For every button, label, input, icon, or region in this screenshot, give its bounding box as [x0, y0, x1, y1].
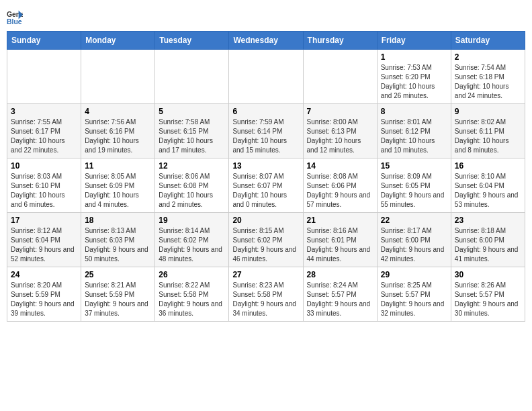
day-number: 2: [455, 52, 521, 62]
calendar-cell: 28Sunrise: 8:24 AM Sunset: 5:57 PM Dayli…: [303, 267, 377, 322]
calendar-cell: 14Sunrise: 8:08 AM Sunset: 6:06 PM Dayli…: [303, 158, 377, 213]
calendar-cell: 29Sunrise: 8:25 AM Sunset: 5:57 PM Dayli…: [377, 267, 451, 322]
weekday-header: Wednesday: [229, 32, 303, 50]
calendar-week-row: 17Sunrise: 8:12 AM Sunset: 6:04 PM Dayli…: [7, 213, 525, 267]
day-number: 5: [159, 107, 225, 116]
day-info: Sunrise: 8:23 AM Sunset: 5:58 PM Dayligh…: [232, 281, 299, 318]
calendar-cell: 1Sunrise: 7:53 AM Sunset: 6:20 PM Daylig…: [377, 50, 451, 104]
calendar-week-row: 10Sunrise: 8:03 AM Sunset: 6:10 PM Dayli…: [7, 158, 525, 213]
day-info: Sunrise: 8:14 AM Sunset: 6:02 PM Dayligh…: [159, 226, 225, 264]
day-number: 19: [159, 216, 225, 225]
day-info: Sunrise: 8:07 AM Sunset: 6:07 PM Dayligh…: [232, 172, 299, 210]
calendar-cell: 16Sunrise: 8:10 AM Sunset: 6:04 PM Dayli…: [451, 158, 525, 213]
day-number: 10: [11, 161, 77, 171]
calendar-cell: 11Sunrise: 8:05 AM Sunset: 6:09 PM Dayli…: [81, 158, 155, 213]
day-number: 3: [11, 107, 77, 116]
day-number: 27: [232, 270, 299, 279]
day-number: 8: [381, 107, 447, 116]
day-number: 9: [455, 107, 521, 116]
day-info: Sunrise: 8:03 AM Sunset: 6:10 PM Dayligh…: [11, 172, 77, 210]
day-number: 11: [85, 161, 151, 171]
weekday-header: Tuesday: [155, 32, 229, 50]
day-number: 21: [307, 216, 373, 225]
weekday-header: Friday: [377, 32, 451, 50]
day-number: 24: [11, 270, 77, 279]
day-info: Sunrise: 8:05 AM Sunset: 6:09 PM Dayligh…: [85, 172, 151, 210]
calendar-cell: 13Sunrise: 8:07 AM Sunset: 6:07 PM Dayli…: [229, 158, 303, 213]
day-info: Sunrise: 8:13 AM Sunset: 6:03 PM Dayligh…: [85, 226, 151, 264]
weekday-header: Saturday: [451, 32, 525, 50]
calendar-cell: 19Sunrise: 8:14 AM Sunset: 6:02 PM Dayli…: [155, 213, 229, 267]
weekday-header: Sunday: [7, 32, 81, 50]
calendar-cell: [155, 50, 229, 104]
day-number: 23: [455, 216, 521, 225]
day-number: 17: [11, 216, 77, 225]
calendar-cell: 9Sunrise: 8:02 AM Sunset: 6:11 PM Daylig…: [451, 104, 525, 158]
day-number: 1: [381, 52, 447, 62]
weekday-header: Monday: [81, 32, 155, 50]
day-info: Sunrise: 7:59 AM Sunset: 6:14 PM Dayligh…: [232, 118, 299, 155]
day-number: 7: [307, 107, 373, 116]
day-info: Sunrise: 8:01 AM Sunset: 6:12 PM Dayligh…: [381, 118, 447, 155]
day-info: Sunrise: 8:06 AM Sunset: 6:08 PM Dayligh…: [159, 172, 225, 210]
logo-icon: General Blue: [7, 9, 23, 26]
day-number: 18: [85, 216, 151, 225]
calendar-cell: [7, 50, 81, 104]
calendar-cell: 21Sunrise: 8:16 AM Sunset: 6:01 PM Dayli…: [303, 213, 377, 267]
day-info: Sunrise: 8:17 AM Sunset: 6:00 PM Dayligh…: [381, 226, 447, 264]
day-info: Sunrise: 7:53 AM Sunset: 6:20 PM Dayligh…: [381, 63, 447, 101]
day-info: Sunrise: 8:21 AM Sunset: 5:59 PM Dayligh…: [85, 281, 151, 318]
calendar-cell: 15Sunrise: 8:09 AM Sunset: 6:05 PM Dayli…: [377, 158, 451, 213]
day-number: 15: [381, 161, 447, 171]
day-info: Sunrise: 8:18 AM Sunset: 6:00 PM Dayligh…: [455, 226, 521, 264]
day-number: 12: [159, 161, 225, 171]
day-info: Sunrise: 8:22 AM Sunset: 5:58 PM Dayligh…: [159, 281, 225, 318]
day-number: 6: [232, 107, 299, 116]
calendar-week-row: 3Sunrise: 7:55 AM Sunset: 6:17 PM Daylig…: [7, 104, 525, 158]
calendar-cell: 8Sunrise: 8:01 AM Sunset: 6:12 PM Daylig…: [377, 104, 451, 158]
calendar-table: SundayMondayTuesdayWednesdayThursdayFrid…: [7, 31, 525, 322]
day-number: 20: [232, 216, 299, 225]
day-number: 28: [307, 270, 373, 279]
calendar-week-row: 24Sunrise: 8:20 AM Sunset: 5:59 PM Dayli…: [7, 267, 525, 322]
header: General Blue: [7, 7, 525, 26]
calendar-cell: [229, 50, 303, 104]
weekday-header: Thursday: [303, 32, 377, 50]
calendar-cell: 26Sunrise: 8:22 AM Sunset: 5:58 PM Dayli…: [155, 267, 229, 322]
calendar-cell: 24Sunrise: 8:20 AM Sunset: 5:59 PM Dayli…: [7, 267, 81, 322]
day-info: Sunrise: 8:00 AM Sunset: 6:13 PM Dayligh…: [307, 118, 373, 155]
calendar-cell: 2Sunrise: 7:54 AM Sunset: 6:18 PM Daylig…: [451, 50, 525, 104]
calendar-cell: 3Sunrise: 7:55 AM Sunset: 6:17 PM Daylig…: [7, 104, 81, 158]
svg-text:Blue: Blue: [7, 18, 22, 26]
day-number: 13: [232, 161, 299, 171]
day-number: 16: [455, 161, 521, 171]
day-info: Sunrise: 7:56 AM Sunset: 6:16 PM Dayligh…: [85, 118, 151, 155]
calendar-cell: 20Sunrise: 8:15 AM Sunset: 6:02 PM Dayli…: [229, 213, 303, 267]
calendar-cell: 22Sunrise: 8:17 AM Sunset: 6:00 PM Dayli…: [377, 213, 451, 267]
day-info: Sunrise: 8:02 AM Sunset: 6:11 PM Dayligh…: [455, 118, 521, 155]
day-info: Sunrise: 8:25 AM Sunset: 5:57 PM Dayligh…: [381, 281, 447, 318]
calendar-cell: 4Sunrise: 7:56 AM Sunset: 6:16 PM Daylig…: [81, 104, 155, 158]
day-number: 25: [85, 270, 151, 279]
calendar-cell: 10Sunrise: 8:03 AM Sunset: 6:10 PM Dayli…: [7, 158, 81, 213]
day-info: Sunrise: 8:20 AM Sunset: 5:59 PM Dayligh…: [11, 281, 77, 318]
calendar-cell: 6Sunrise: 7:59 AM Sunset: 6:14 PM Daylig…: [229, 104, 303, 158]
day-number: 4: [85, 107, 151, 116]
day-number: 22: [381, 216, 447, 225]
day-info: Sunrise: 8:15 AM Sunset: 6:02 PM Dayligh…: [232, 226, 299, 264]
day-number: 14: [307, 161, 373, 171]
day-number: 26: [159, 270, 225, 279]
calendar-cell: [81, 50, 155, 104]
calendar-cell: 30Sunrise: 8:26 AM Sunset: 5:57 PM Dayli…: [451, 267, 525, 322]
logo: General Blue: [7, 9, 24, 26]
calendar-cell: 23Sunrise: 8:18 AM Sunset: 6:00 PM Dayli…: [451, 213, 525, 267]
day-info: Sunrise: 7:58 AM Sunset: 6:15 PM Dayligh…: [159, 118, 225, 155]
day-info: Sunrise: 7:54 AM Sunset: 6:18 PM Dayligh…: [455, 63, 521, 101]
calendar-cell: 7Sunrise: 8:00 AM Sunset: 6:13 PM Daylig…: [303, 104, 377, 158]
weekday-header-row: SundayMondayTuesdayWednesdayThursdayFrid…: [7, 32, 525, 50]
calendar-week-row: 1Sunrise: 7:53 AM Sunset: 6:20 PM Daylig…: [7, 50, 525, 104]
day-number: 29: [381, 270, 447, 279]
calendar-cell: 12Sunrise: 8:06 AM Sunset: 6:08 PM Dayli…: [155, 158, 229, 213]
day-info: Sunrise: 8:10 AM Sunset: 6:04 PM Dayligh…: [455, 172, 521, 210]
day-info: Sunrise: 8:08 AM Sunset: 6:06 PM Dayligh…: [307, 172, 373, 210]
